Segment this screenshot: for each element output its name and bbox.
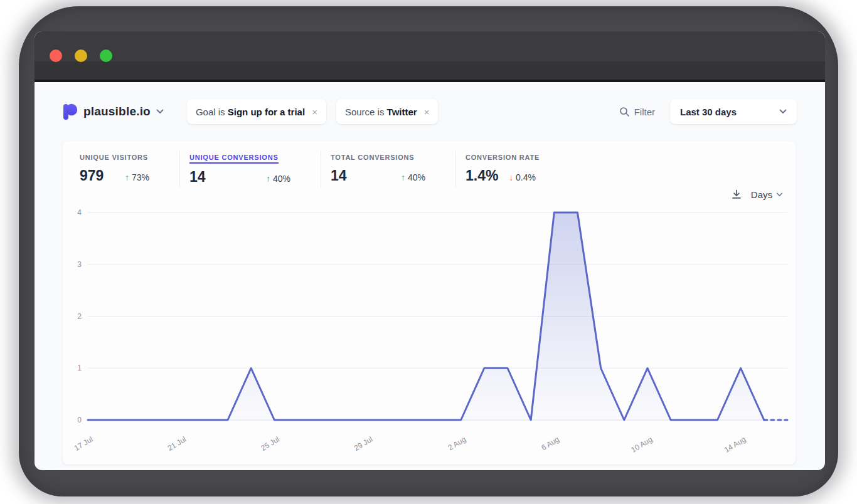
chevron-down-icon [779, 109, 787, 114]
x-axis-labels: 17 Jul21 Jul25 Jul29 Jul2 Aug6 Aug10 Aug… [73, 435, 747, 454]
arrow-down-icon: ↓ [509, 172, 513, 182]
stat-conversion-rate[interactable]: CONVERSION RATE 1.4% ↓ 0.4% [466, 151, 566, 187]
y-axis-tick: 4 [77, 209, 82, 217]
y-axis-tick: 2 [77, 312, 82, 321]
traffic-light-close[interactable] [50, 50, 62, 62]
conversions-line-chart[interactable]: 0123417 Jul21 Jul25 Jul29 Jul2 Aug6 Aug1… [63, 209, 796, 459]
y-axis-tick: 3 [77, 260, 82, 269]
dashboard-header: plausible.io Goal is Sign up for a trial… [63, 98, 797, 125]
stat-label: CONVERSION RATE [466, 154, 540, 161]
chevron-down-icon [156, 109, 164, 114]
download-icon[interactable] [731, 189, 742, 200]
stat-delta: ↓ 0.4% [509, 172, 536, 182]
filter-value: Sign up for a trial [228, 107, 305, 117]
remove-filter-icon[interactable]: × [424, 107, 430, 117]
interval-dropdown[interactable]: Days [751, 189, 783, 200]
filter-prefix: Source is [345, 107, 387, 117]
stat-delta: ↑ 40% [401, 172, 425, 182]
stat-value: 14 [189, 169, 206, 186]
interval-label: Days [751, 189, 772, 200]
plausible-logo-icon [63, 103, 78, 120]
x-axis-tick: 10 Aug [629, 435, 654, 454]
dashboard-content: plausible.io Goal is Sign up for a trial… [35, 82, 825, 470]
stat-total-conversions[interactable]: TOTAL CONVERSIONS 14 ↑ 40% [331, 151, 456, 187]
filter-pill-goal[interactable]: Goal is Sign up for a trial × [187, 99, 326, 124]
browser-window: plausible.io Goal is Sign up for a trial… [35, 31, 825, 470]
stat-delta: ↑ 73% [125, 172, 149, 182]
y-axis-tick: 1 [77, 364, 82, 372]
site-name: plausible.io [83, 105, 151, 118]
filter-button[interactable]: Filter [619, 107, 655, 117]
x-axis-tick: 17 Jul [73, 435, 95, 453]
filter-prefix: Goal is [196, 107, 228, 117]
x-axis-tick: 6 Aug [540, 435, 561, 453]
stats-row: UNIQUE VISITORS 979 ↑ 73% UNIQUE CONVERS… [80, 151, 575, 187]
chevron-down-icon [776, 192, 783, 197]
screenshot-stage: plausible.io Goal is Sign up for a trial… [0, 0, 857, 504]
stat-label: UNIQUE VISITORS [80, 154, 148, 161]
x-axis-tick: 29 Jul [353, 435, 375, 453]
x-axis-tick: 2 Aug [447, 435, 468, 453]
stat-delta: ↑ 40% [266, 174, 290, 184]
stat-label: UNIQUE CONVERSIONS [189, 154, 279, 164]
y-axis-tick: 0 [77, 416, 82, 424]
arrow-up-icon: ↑ [266, 174, 270, 184]
gridlines: 01234 [77, 209, 787, 424]
filter-button-label: Filter [634, 107, 655, 117]
x-axis-tick: 25 Jul [259, 435, 281, 453]
date-range-label: Last 30 days [680, 107, 737, 117]
arrow-up-icon: ↑ [401, 172, 405, 182]
filter-value: Twitter [387, 107, 417, 117]
interval-control: Days [731, 189, 783, 200]
stat-value: 1.4% [466, 167, 498, 184]
x-axis-tick: 21 Jul [166, 435, 188, 453]
stat-value: 979 [80, 167, 104, 184]
site-switcher[interactable]: plausible.io [63, 103, 164, 120]
traffic-light-zoom[interactable] [100, 50, 112, 62]
stat-unique-conversions[interactable]: UNIQUE CONVERSIONS 14 ↑ 40% [189, 151, 321, 187]
stat-unique-visitors[interactable]: UNIQUE VISITORS 979 ↑ 73% [80, 151, 180, 187]
search-icon [619, 107, 630, 117]
remove-filter-icon[interactable]: × [312, 107, 317, 117]
window-titlebar [35, 31, 825, 82]
x-axis-tick: 14 Aug [723, 435, 747, 454]
stat-label: TOTAL CONVERSIONS [331, 154, 414, 161]
filter-pill-source[interactable]: Source is Twitter × [336, 99, 439, 124]
analytics-card: UNIQUE VISITORS 979 ↑ 73% UNIQUE CONVERS… [63, 141, 796, 465]
stat-value: 14 [331, 167, 347, 184]
date-range-dropdown[interactable]: Last 30 days [670, 99, 797, 124]
arrow-up-icon: ↑ [125, 172, 129, 182]
traffic-light-minimize[interactable] [75, 50, 87, 62]
